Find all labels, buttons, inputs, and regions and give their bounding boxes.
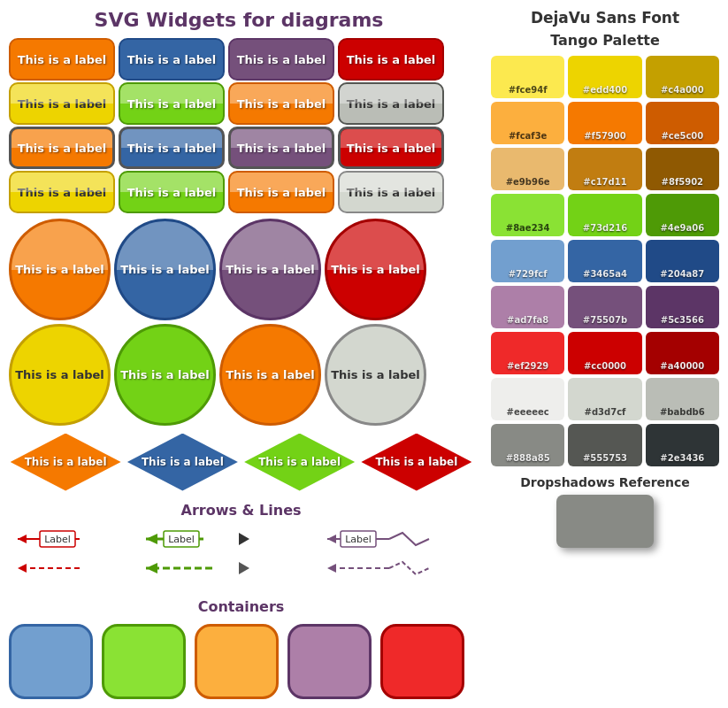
tango-swatch-25: #555753 <box>568 424 641 466</box>
left-panel: SVG Widgets for diagrams This is a label… <box>0 0 482 703</box>
widget-row-2: This is a label This is a label This is … <box>9 82 473 125</box>
btn-green-shine[interactable]: This is a label <box>119 82 225 125</box>
tango-swatch-7: #c17d11 <box>568 148 641 190</box>
tango-swatch-4: #f57900 <box>568 102 641 144</box>
widget-row-circles-1: This is a label This is a label This is … <box>9 219 473 320</box>
btn-yellow-shine[interactable]: This is a label <box>9 82 115 125</box>
right-panel: DejaVu Sans Font Tango Palette #fce94f#e… <box>482 0 728 557</box>
widget-row-circles-2: This is a label This is a label This is … <box>9 324 473 426</box>
btn-silver-shine[interactable]: This is a label <box>338 171 444 213</box>
dropshadow-title: Dropshadows Reference <box>491 475 719 489</box>
circle-silver[interactable]: This is a label <box>325 324 426 426</box>
svg-marker-16 <box>146 563 157 573</box>
svg-text:Label: Label <box>168 534 195 545</box>
tango-swatch-0: #fce94f <box>491 56 564 98</box>
tango-swatch-18: #ef2929 <box>491 332 564 374</box>
btn-blue-dark[interactable]: This is a label <box>119 127 225 169</box>
widget-grid: This is a label This is a label This is … <box>0 38 482 493</box>
container-green[interactable] <box>102 624 186 699</box>
widget-row-diamonds: This is a label This is a label This is … <box>9 431 473 493</box>
widget-row-1: This is a label This is a label This is … <box>9 38 473 81</box>
arrows-svg: Label Label Label <box>9 526 469 588</box>
btn-orange-dark[interactable]: This is a label <box>9 127 115 169</box>
arrows-title: Arrows & Lines <box>9 502 473 519</box>
circle-purple[interactable]: This is a label <box>219 219 321 320</box>
svg-text:Label: Label <box>345 534 372 545</box>
tango-swatch-21: #eeeeec <box>491 378 564 420</box>
dropshadow-section: Dropshadows Reference <box>491 475 719 548</box>
tango-swatch-10: #73d216 <box>568 194 641 236</box>
tango-swatch-5: #ce5c00 <box>646 102 719 144</box>
btn-purple-dark[interactable]: This is a label <box>228 127 334 169</box>
btn-red-flat[interactable]: This is a label <box>338 38 444 81</box>
widget-row-4: This is a label This is a label This is … <box>9 171 473 213</box>
diamond-blue[interactable]: This is a label <box>126 431 239 493</box>
svg-marker-17 <box>239 562 249 574</box>
arrows-section: Arrows & Lines Label Label Label <box>0 495 482 595</box>
tango-swatch-11: #4e9a06 <box>646 194 719 236</box>
btn-red-dark[interactable]: This is a label <box>338 127 444 169</box>
tango-swatch-16: #75507b <box>568 286 641 328</box>
diamond-orange[interactable]: This is a label <box>9 431 122 493</box>
diamond-green[interactable]: This is a label <box>243 431 356 493</box>
right-title: DejaVu Sans Font <box>491 9 719 27</box>
tango-swatch-24: #888a85 <box>491 424 564 466</box>
svg-marker-10 <box>327 535 336 543</box>
tango-swatch-3: #fcaf3e <box>491 102 564 144</box>
container-purple[interactable] <box>287 624 372 699</box>
btn-gray-shine[interactable]: This is a label <box>338 82 444 125</box>
containers-row <box>9 624 473 699</box>
tango-swatch-15: #ad7fa8 <box>491 286 564 328</box>
container-blue[interactable] <box>9 624 93 699</box>
tango-swatch-17: #5c3566 <box>646 286 719 328</box>
container-orange[interactable] <box>195 624 279 699</box>
container-red[interactable] <box>380 624 464 699</box>
widget-row-3: This is a label This is a label This is … <box>9 127 473 169</box>
tango-swatch-26: #2e3436 <box>646 424 719 466</box>
circle-blue[interactable]: This is a label <box>114 219 216 320</box>
circle-yellow[interactable]: This is a label <box>9 324 111 426</box>
tango-swatch-2: #c4a000 <box>646 56 719 98</box>
tango-swatch-13: #3465a4 <box>568 240 641 282</box>
svg-text:Label: Label <box>44 534 71 545</box>
circle-red[interactable]: This is a label <box>325 219 426 320</box>
btn-orange-shine[interactable]: This is a label <box>228 82 334 125</box>
dropshadow-box <box>556 495 654 548</box>
btn-yellow-shine-2[interactable]: This is a label <box>9 171 115 213</box>
circle-orange-2[interactable]: This is a label <box>219 324 321 426</box>
tango-title: Tango Palette <box>491 32 719 49</box>
svg-marker-5 <box>146 534 157 544</box>
tango-swatch-14: #204a87 <box>646 240 719 282</box>
btn-blue-flat[interactable]: This is a label <box>119 38 225 81</box>
svg-marker-14 <box>18 564 27 573</box>
btn-purple-flat[interactable]: This is a label <box>228 38 334 81</box>
tango-grid: #fce94f#edd400#c4a000#fcaf3e#f57900#ce5c… <box>491 56 719 466</box>
circle-green[interactable]: This is a label <box>114 324 216 426</box>
tango-swatch-12: #729fcf <box>491 240 564 282</box>
tango-swatch-20: #a40000 <box>646 332 719 374</box>
diamond-red[interactable]: This is a label <box>360 431 473 493</box>
circle-orange[interactable]: This is a label <box>9 219 111 320</box>
svg-marker-8 <box>239 533 249 545</box>
tango-swatch-23: #babdb6 <box>646 378 719 420</box>
btn-green-shine-2[interactable]: This is a label <box>119 171 225 213</box>
tango-swatch-22: #d3d7cf <box>568 378 641 420</box>
tango-swatch-6: #e9b96e <box>491 148 564 190</box>
containers-section: Containers <box>0 595 482 703</box>
tango-swatch-19: #cc0000 <box>568 332 641 374</box>
tango-swatch-1: #edd400 <box>568 56 641 98</box>
btn-orange-flat[interactable]: This is a label <box>9 38 115 81</box>
svg-marker-1 <box>18 535 27 543</box>
tango-swatch-8: #8f5902 <box>646 148 719 190</box>
btn-orange-shine-2[interactable]: This is a label <box>228 171 334 213</box>
svg-marker-19 <box>327 564 336 573</box>
main-title: SVG Widgets for diagrams <box>0 0 478 38</box>
tango-swatch-9: #8ae234 <box>491 194 564 236</box>
containers-title: Containers <box>9 598 473 615</box>
